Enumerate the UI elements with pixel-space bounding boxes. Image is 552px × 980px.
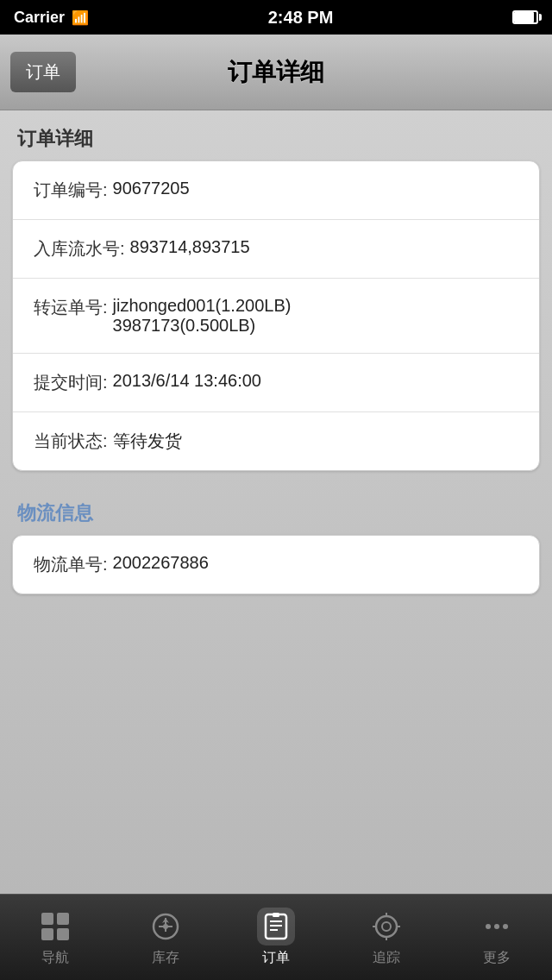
- tab-nav[interactable]: 导航: [0, 899, 110, 976]
- battery-icon: [512, 10, 538, 24]
- svg-point-12: [382, 922, 391, 931]
- main-content: 订单详细 订单编号: 90677205 入库流水号: 893714,893715…: [0, 110, 552, 894]
- order-number-row: 订单编号: 90677205: [13, 161, 539, 220]
- battery-container: [512, 10, 538, 24]
- section-header-order: 订单详细: [0, 110, 552, 160]
- status-time: 2:48 PM: [268, 8, 334, 28]
- inventory-icon: [147, 908, 185, 945]
- svg-point-17: [486, 924, 491, 929]
- more-icon: [478, 908, 516, 945]
- svg-rect-1: [57, 913, 69, 925]
- nav-bar: 订单 订单详细: [0, 35, 552, 110]
- tab-inventory[interactable]: 库存: [110, 899, 221, 976]
- carrier-label: Carrier: [14, 9, 65, 27]
- back-button[interactable]: 订单: [10, 52, 76, 92]
- svg-rect-3: [57, 928, 69, 940]
- svg-rect-10: [273, 913, 279, 917]
- svg-point-11: [376, 916, 397, 937]
- logistics-number-label: 物流单号:: [34, 553, 108, 576]
- warehouse-number-value: 893714,893715: [130, 237, 250, 257]
- tab-order[interactable]: 订单: [221, 899, 331, 976]
- logistics-card: 物流单号: 2002267886: [12, 535, 540, 594]
- tab-track[interactable]: 追踪: [331, 899, 442, 976]
- inventory-tab-label: 库存: [152, 949, 179, 967]
- submit-time-value: 2013/6/14 13:46:00: [113, 371, 261, 391]
- order-detail-card: 订单编号: 90677205 入库流水号: 893714,893715 转运单号…: [12, 160, 540, 471]
- logistics-number-value: 2002267886: [113, 553, 209, 573]
- submit-time-label: 提交时间:: [34, 371, 108, 394]
- order-icon: [257, 908, 295, 945]
- section-header-logistics: 物流信息: [0, 485, 552, 535]
- status-value: 等待发货: [113, 430, 182, 453]
- tab-bar: 导航 库存 订单: [0, 894, 552, 980]
- track-icon: [367, 908, 405, 945]
- page-title: 订单详细: [228, 56, 324, 89]
- order-tab-label: 订单: [262, 949, 290, 967]
- svg-rect-2: [41, 928, 53, 940]
- track-tab-label: 追踪: [373, 949, 400, 967]
- status-left: Carrier 📶: [14, 9, 89, 27]
- nav-tab-label: 导航: [41, 949, 69, 967]
- transfer-number-label: 转运单号:: [34, 296, 108, 319]
- logistics-number-row: 物流单号: 2002267886: [13, 536, 539, 594]
- wifi-icon: 📶: [72, 9, 89, 26]
- order-number-label: 订单编号:: [34, 179, 108, 202]
- status-row: 当前状态: 等待发货: [13, 412, 539, 470]
- warehouse-number-row: 入库流水号: 893714,893715: [13, 220, 539, 279]
- submit-time-row: 提交时间: 2013/6/14 13:46:00: [13, 354, 539, 412]
- transfer-number-value: jizhonged001(1.200LB) 3987173(0.500LB): [113, 296, 292, 336]
- order-number-value: 90677205: [113, 179, 190, 198]
- svg-rect-0: [41, 913, 53, 925]
- more-tab-label: 更多: [483, 949, 511, 967]
- status-label: 当前状态:: [34, 430, 108, 453]
- nav-icon: [36, 908, 74, 945]
- transfer-number-row: 转运单号: jizhonged001(1.200LB) 3987173(0.50…: [13, 279, 539, 354]
- svg-point-5: [163, 924, 168, 929]
- status-bar: Carrier 📶 2:48 PM: [0, 0, 552, 35]
- svg-point-19: [503, 924, 508, 929]
- warehouse-number-label: 入库流水号:: [34, 237, 125, 261]
- svg-point-18: [494, 924, 499, 929]
- tab-more[interactable]: 更多: [442, 899, 552, 976]
